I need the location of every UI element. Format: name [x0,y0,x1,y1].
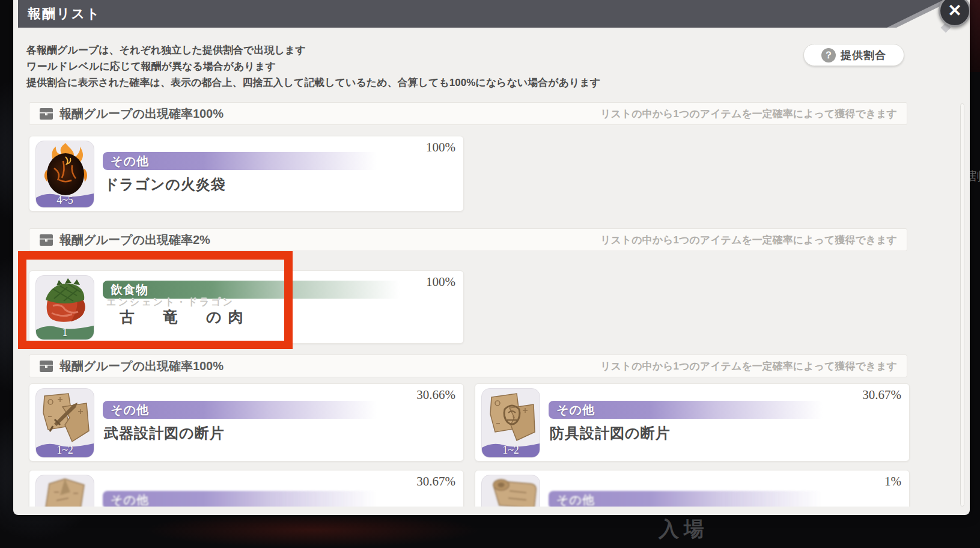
reward-item-dragon-flame-sack[interactable]: 100% 4~5 [29,136,464,212]
item-category-tag: その他 [549,491,837,507]
item-icon-tile: 1~2 [481,388,540,458]
background-entrance-label: 入場 [659,516,709,543]
reward-item-armor-blueprint[interactable]: 30.67% 1~2 その他 防具設計 [475,383,910,461]
titlebar: 報酬リスト [18,0,961,28]
background-glow [144,512,481,548]
reward-item-partial-right[interactable]: 1% その他 [475,470,910,507]
item-rate: 1% [884,474,901,489]
item-category-tag: その他 [103,491,391,507]
game-background: 入場 割 報酬リスト ✕ 各報酬グループは、それぞれ独立した提供割合で出現します… [0,0,980,548]
group-title: 報酬グループの出現確率100% [59,358,224,374]
blueprint-fragment-icon [36,475,94,507]
dragon-flame-sack-icon [36,141,94,198]
item-count-band: 4~5 [36,190,94,207]
reward-item-partial-left[interactable]: 30.67% その他 [29,470,464,507]
weapon-blueprint-icon [36,389,94,446]
item-rate: 100% [426,140,455,155]
item-icon-tile: 1~2 [35,388,94,458]
note-line-1: 各報酬グループは、それぞれ独立した提供割合で出現します [26,42,699,58]
item-icon-tile [35,475,94,507]
reward-item-weapon-blueprint[interactable]: 30.66% 1~2 その他 武器設計 [29,383,464,461]
item-icon-tile: 4~5 [35,141,94,208]
item-count-band: 1~2 [36,440,94,457]
scrollbar[interactable] [960,103,964,507]
group-title: 報酬グループの出現確率100% [59,106,224,122]
item-name: 防具設計図の断片 [550,424,671,443]
chest-icon [39,360,53,372]
item-name: ドラゴンの火炎袋 [104,175,226,194]
item-rate: 30.66% [416,388,455,403]
item-rate: 100% [426,275,455,290]
group-hint: リストの中から1つのアイテムを一定確率によって獲得できます [600,359,897,373]
item-count: 1~2 [36,444,94,457]
panel-title: 報酬リスト [18,0,101,28]
group-header-3: 報酬グループの出現確率100% リストの中から1つのアイテムを一定確率によって獲… [29,355,907,377]
item-count: 1~2 [482,444,540,457]
group-header-2: 報酬グループの出現確率2% リストの中から1つのアイテムを一定確率によって獲得で… [29,228,907,251]
scroll-icon [482,475,540,507]
item-count: 4~5 [36,194,94,207]
chest-icon [39,108,53,120]
armor-blueprint-icon [482,389,540,446]
item-category-tag: その他 [103,401,391,419]
background-glyph: 割 [969,168,980,184]
close-button[interactable]: ✕ [939,0,970,27]
note-line-2: ワールドレベルに応じて報酬が異なる場合があります [26,58,699,75]
notes-block: 各報酬グループは、それぞれ独立した提供割合で出現します ワールドレベルに応じて報… [26,42,699,91]
provision-rate-button[interactable]: ？ 提供割合 [803,44,904,66]
item-rate: 30.67% [862,388,901,403]
reward-list-panel: 報酬リスト ✕ 各報酬グループは、それぞれ独立した提供割合で出現します ワールド… [13,0,970,515]
item-icon-tile [481,475,540,507]
chest-icon [39,234,53,246]
item-count-band: 1~2 [482,440,540,457]
note-line-3: 提供割合に表示された確率は、表示の都合上、四捨五入して記載しているため、合算して… [26,75,699,91]
item-rate: 30.67% [416,474,455,489]
highlight-annotation-box [18,251,293,349]
reward-scroll-area: 報酬グループの出現確率100% リストの中から1つのアイテムを一定確率によって獲… [13,96,970,507]
group-header-1: 報酬グループの出現確率100% リストの中から1つのアイテムを一定確率によって獲… [29,102,907,125]
group-hint: リストの中から1つのアイテムを一定確率によって獲得できます [600,107,897,121]
group-title: 報酬グループの出現確率2% [59,232,210,248]
group-hint: リストの中から1つのアイテムを一定確率によって獲得できます [600,233,897,247]
close-icon: ✕ [948,1,961,20]
provision-rate-label: 提供割合 [841,48,886,62]
item-category-tag: その他 [549,401,837,419]
question-icon: ？ [821,48,836,62]
item-category-tag: その他 [103,152,391,170]
item-name: 武器設計図の断片 [104,424,225,443]
